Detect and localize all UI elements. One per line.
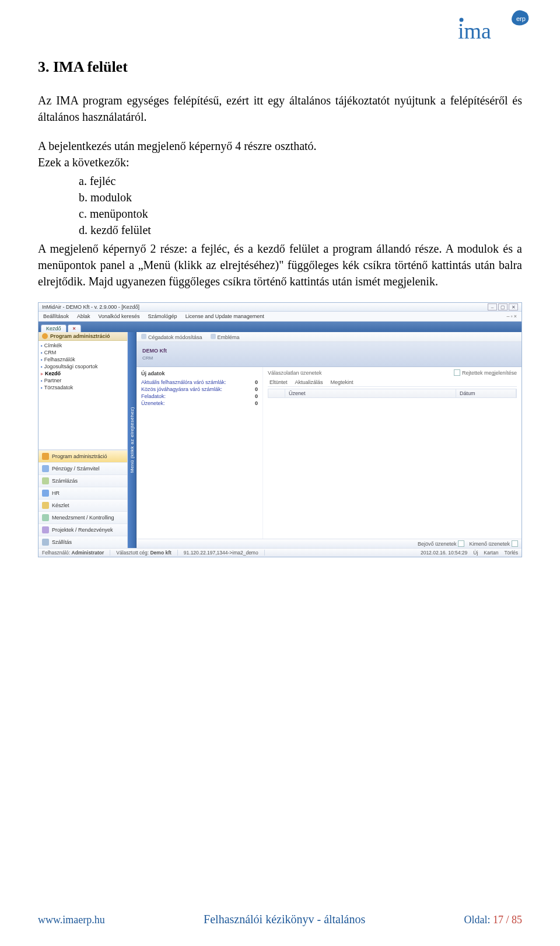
tree-node[interactable]: ▪Felhasználók: [41, 356, 125, 363]
status-datetime: 2012.02.16. 10:54:29: [421, 550, 467, 556]
menu-item-settings[interactable]: Beállítások: [43, 313, 69, 319]
tree-node[interactable]: ▪Jogosultsági csoportok: [41, 363, 125, 370]
app-screenshot: InMidAir - DEMO Kft - v. 2.9.000 - [Kezd…: [38, 302, 522, 557]
menu-item-window[interactable]: Ablak: [77, 313, 90, 319]
svg-text:ima: ima: [458, 19, 491, 43]
mdi-close-icon[interactable]: ×: [514, 313, 517, 319]
inbox-checkbox[interactable]: Bejövő üzenetek: [418, 540, 465, 547]
status-connection: 91.120.22.197,1344->ima2_demo: [184, 550, 265, 556]
metric-row: Aktuális felhasználóra váró számlák:0: [141, 379, 258, 386]
grid-col-date[interactable]: Dátum: [456, 389, 516, 397]
window-titlebar: InMidAir - DEMO Kft - v. 2.9.000 - [Kezd…: [38, 303, 522, 312]
btn-refresh[interactable]: Aktualizálás: [293, 379, 323, 385]
tree-node[interactable]: ▪CRM: [41, 349, 125, 356]
status-action-delete[interactable]: Törlés: [504, 550, 518, 556]
mdi-minimize-icon[interactable]: –: [507, 313, 510, 319]
p2-lead-text: A bejelentkezés után megjelenő képernyő …: [38, 139, 317, 152]
parts-list: a. fejléc b. modulok c. menüpontok d. ke…: [79, 173, 522, 238]
module-btn-projects[interactable]: Projektek / Rendezvények: [38, 523, 127, 536]
outbox-checkbox[interactable]: Kimenő üzenetek: [469, 540, 518, 547]
module-buttons: Program adminisztráció Pénzügy / Számvit…: [38, 449, 127, 548]
image-icon: [211, 334, 216, 339]
list-item: c. menüpontok: [79, 205, 522, 222]
tree-node-selected[interactable]: ▸Kezdő: [41, 370, 125, 377]
menu-collapse-bar[interactable]: Menü (klikk az elrejtéséhez): [128, 332, 136, 548]
module-btn-billing[interactable]: Számlázás: [38, 474, 127, 487]
collapse-bar-label: Menü (klikk az elrejtéséhez): [130, 407, 135, 473]
paragraph-explain: A megjelenő képernyő 2 része: a fejléc, …: [38, 240, 522, 289]
mdi-restore-icon[interactable]: ▫: [511, 313, 513, 319]
footer-page: Oldal: 17 / 85: [464, 914, 522, 926]
p2-intro-text: Ezek a következők:: [38, 156, 130, 169]
brand-logo: erp ima: [458, 8, 531, 44]
messages-title: Válaszolatlan üzenetek: [268, 370, 322, 376]
menu-item-barcode[interactable]: Vonalkód keresés: [99, 313, 140, 319]
grid-col-icon[interactable]: [268, 389, 285, 397]
list-item: b. modulok: [79, 189, 522, 205]
status-company: Választott cég: Demo kft: [116, 550, 178, 556]
tree-node[interactable]: ▪Partner: [41, 377, 125, 384]
paragraph-intro: Az IMA program egységes felépítésű, ezér…: [38, 92, 522, 125]
metric-row: Üzenetek:0: [141, 400, 258, 407]
status-action-card[interactable]: Kartan: [484, 550, 498, 556]
close-button[interactable]: ✕: [509, 303, 518, 310]
module-panel-header: Program adminisztráció: [38, 332, 127, 341]
module-btn-shipping[interactable]: Szállítás: [38, 536, 127, 548]
tree-node[interactable]: ▪Törzsadatok: [41, 384, 125, 391]
status-user: Felhasználó: Administrator: [42, 550, 110, 556]
list-item: d. kezdő felület: [79, 222, 522, 238]
paragraph-lead: A bejelentkezés után megjelenő képernyő …: [38, 138, 522, 170]
show-hidden-checkbox[interactable]: Rejtettek megjelenítése: [454, 369, 517, 376]
house-icon: [42, 333, 48, 339]
btn-view[interactable]: Megtekint: [329, 379, 354, 385]
metric-row: Feladatok:0: [141, 393, 258, 400]
company-sub: CRM: [142, 355, 516, 361]
tab-bar: Kezdő ×: [38, 322, 522, 332]
grid-col-message[interactable]: Üzenet: [285, 389, 456, 397]
minimize-button[interactable]: –: [488, 303, 497, 310]
pencil-icon: [141, 334, 146, 339]
status-bar: Felhasználó: Administrator Választott cé…: [38, 548, 522, 557]
section-heading: 3. IMA felület: [38, 58, 522, 76]
toolbar-emblem[interactable]: Embléma: [211, 334, 240, 340]
dashboard-right-col: Válaszolatlan üzenetek Rejtettek megjele…: [263, 367, 522, 539]
btn-hide[interactable]: Eltüntet: [268, 379, 288, 385]
maximize-button[interactable]: ▢: [498, 303, 508, 310]
content-toolbar: Cégadatok módosítása Embléma: [136, 332, 522, 342]
list-item: a. fejléc: [79, 173, 522, 189]
company-name: DEMO Kft: [142, 348, 516, 354]
svg-text:erp: erp: [516, 15, 526, 22]
menubar: Beállítások Ablak Vonalkód keresés Számo…: [38, 312, 522, 322]
dashboard-left-col: Új adatok Aktuális felhasználóra váró sz…: [136, 367, 263, 539]
module-btn-admin[interactable]: Program adminisztráció: [38, 450, 127, 462]
toolbar-edit-company[interactable]: Cégadatok módosítása: [141, 334, 202, 340]
tab-home[interactable]: Kezdő: [41, 324, 66, 332]
messages-foot-bar: Bejövő üzenetek Kimenő üzenetek: [136, 539, 522, 548]
grid-header: Üzenet Dátum: [268, 389, 517, 398]
page-footer: www.imaerp.hu Felhasználói kézikönyv - á…: [38, 913, 522, 926]
footer-title: Felhasználói kézikönyv - általános: [204, 913, 365, 926]
metric-row: Közös jóváhagyásra váró számlák:0: [141, 386, 258, 393]
footer-url: www.imaerp.hu: [38, 914, 105, 926]
module-btn-management[interactable]: Menedzsment / Kontrolling: [38, 511, 127, 523]
menu-item-calculator[interactable]: Számológép: [148, 313, 177, 319]
module-btn-finance[interactable]: Pénzügy / Számvitel: [38, 462, 127, 474]
panel-title-text: Program adminisztráció: [50, 333, 110, 339]
module-btn-stock[interactable]: Készlet: [38, 499, 127, 511]
nav-tree: ▪Címkék ▪CRM ▪Felhasználók ▪Jogosultsági…: [38, 341, 127, 392]
status-action-new[interactable]: Új: [473, 550, 478, 556]
module-btn-hr[interactable]: HR: [38, 487, 127, 499]
menu-item-license[interactable]: License and Update management: [186, 313, 264, 319]
window-title-text: InMidAir - DEMO Kft - v. 2.9.000 - [Kezd…: [42, 304, 139, 310]
tab-close-button[interactable]: ×: [68, 324, 81, 332]
svg-point-2: [460, 18, 464, 22]
tree-node[interactable]: ▪Címkék: [41, 342, 125, 349]
company-band: DEMO Kft CRM: [136, 342, 522, 367]
section-title-newdata: Új adatok: [141, 371, 258, 376]
